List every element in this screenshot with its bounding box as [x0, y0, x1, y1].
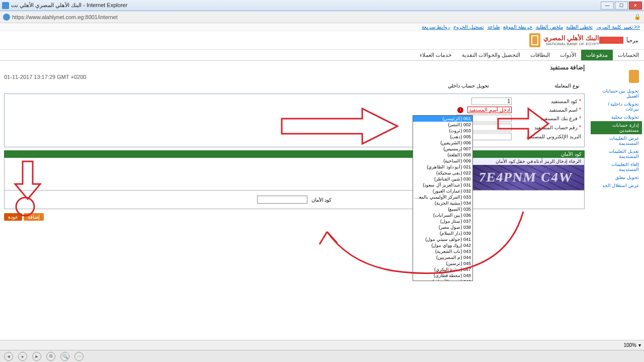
branch-option[interactable]: 049 (منصة الأحزاب): [413, 279, 472, 281]
branch-option[interactable]: 039 (دار السلام): [413, 230, 472, 236]
submit-button[interactable]: إضافة: [24, 213, 44, 221]
content-area: إضافة مستفيد 01-11-2017 13:17:29 GMT +02…: [0, 61, 589, 340]
sidebar-item[interactable]: تحويل معلق: [591, 173, 642, 182]
window-title: البنك الأهلي المصري الأهلي نت - Internet…: [11, 2, 127, 9]
sidebar-item[interactable]: تحويل بين حسابات العميل: [591, 87, 642, 100]
branch-option[interactable]: 030 (شين القناطر): [413, 176, 472, 182]
branch-option[interactable]: 045 (ترسين): [413, 260, 472, 266]
branch-option[interactable]: 032 (عمارات العبور): [413, 188, 472, 194]
bank-logo: البنك الأهلي المصري NATIONAL BANK OF EGY…: [529, 33, 599, 47]
name-error: ادخل أسم المستفيد: [467, 107, 512, 113]
sidebar-item[interactable]: تحويلات داخلية / تبرعات: [591, 100, 642, 113]
player-bar: ◄ ▸ ► ⧉ 🔍 ⋯: [0, 350, 644, 362]
sidebar-item[interactable]: تحويلات محلية: [591, 113, 642, 121]
top-link[interactable]: تسجيل الخروج: [453, 24, 484, 30]
branch-option[interactable]: 047 (مشية البكري): [413, 266, 472, 273]
zoom-label: 100%: [623, 342, 636, 348]
main-nav: الحسابات مدفوعات الأدوات البطاقات التحصي…: [0, 50, 644, 61]
captcha-input-label: كود الأمان: [311, 197, 332, 203]
lock-icon: 🔒: [634, 14, 641, 21]
logo-text-ar: البنك الأهلي المصري: [543, 34, 599, 42]
sidebar-item[interactable]: عرض استغلال الحد: [591, 182, 642, 190]
nav-tab-payments[interactable]: مدفوعات: [581, 50, 613, 60]
branch-option[interactable]: 044 (م المصريين): [413, 254, 472, 260]
type-value: تحويل حساب داخلي: [448, 83, 489, 88]
branch-option[interactable]: 038 (صول مصر): [413, 224, 472, 230]
branch-option[interactable]: 009 (الساحية): [413, 158, 472, 164]
captcha-hint: الرجاء إدخال الرمز أدناه في حقل كود الأم…: [467, 158, 584, 165]
branch-option[interactable]: 043 (باب الشعرية): [413, 248, 472, 254]
nav-tab-services[interactable]: خدمات العملاء: [415, 50, 457, 60]
branch-option[interactable]: 041 (جولف سيتي مول): [413, 236, 472, 242]
email-label: البريد الإلكتروني للمستفيد: [526, 134, 581, 139]
persona-icon: [629, 70, 639, 83]
branch-option[interactable]: 003 (ثروت): [413, 128, 472, 134]
more-button[interactable]: ⋯: [74, 352, 84, 361]
logo-text-en: NATIONAL BANK OF EGYPT: [543, 42, 599, 46]
close-button[interactable]: ✕: [629, 2, 642, 10]
timestamp: 01-11-2017 13:17:29 GMT +0200: [4, 74, 585, 80]
branch-option[interactable]: 031 (عبدالعزيز آل سعود): [413, 182, 472, 188]
branch-option[interactable]: 006 (الشريفين): [413, 140, 472, 146]
globe-icon: [3, 14, 10, 21]
branch-option[interactable]: 036 (بين السرايات): [413, 212, 472, 218]
nav-tab-accounts[interactable]: الحسابات: [613, 50, 644, 60]
code-label: كود المستفيد: [551, 99, 578, 104]
welcome-label: مرحباً: [626, 38, 638, 43]
nav-tab-collections[interactable]: التحصيل والحوالات النقدية: [457, 50, 525, 60]
branch-option[interactable]: 022 (بقى سحيكة): [413, 170, 472, 176]
top-link-bar: << تغيير كلمة المرور تخطي الطلبة ملخص ال…: [0, 23, 644, 31]
next-button[interactable]: ►: [32, 352, 41, 361]
page-favicon: [2, 2, 9, 9]
branch-option[interactable]: 001 (الرئيسي): [413, 116, 472, 122]
nav-tab-tools[interactable]: الأدوات: [555, 50, 581, 60]
status-bar: 100% ▾: [0, 340, 644, 350]
zoom-button[interactable]: 🔍: [60, 352, 69, 361]
account-label: رقم حساب المستفيد: [534, 125, 578, 130]
captcha-input[interactable]: [257, 196, 307, 204]
branch-option[interactable]: 037 (ستار مول): [413, 218, 472, 224]
top-link[interactable]: خريطة الموقع: [503, 24, 532, 30]
back-button[interactable]: عودة: [4, 213, 22, 221]
play-button[interactable]: ▸: [18, 352, 27, 361]
branch-option[interactable]: 008 (القلعة): [413, 152, 472, 158]
copy-button[interactable]: ⧉: [46, 352, 55, 361]
branch-option[interactable]: 048 (محطة قطارى): [413, 273, 472, 279]
top-link[interactable]: تخطي الطلبة: [566, 24, 593, 30]
branch-option[interactable]: 005 (دهب): [413, 134, 472, 140]
prev-button[interactable]: ◄: [4, 352, 13, 361]
sidebar-item[interactable]: عرض التعليمات المستديمة: [591, 134, 642, 147]
maximize-button[interactable]: ☐: [615, 2, 628, 10]
branch-option[interactable]: 021 (أبو داود الظاهري): [413, 164, 472, 170]
branch-dropdown[interactable]: 001 (الرئيسي)002 (النصر)003 (ثروت)005 (د…: [413, 115, 473, 281]
account-input[interactable]: [471, 124, 512, 131]
url-text[interactable]: https://www.alahlynet.com.eg:8001/intern…: [12, 14, 632, 20]
logo-mark-icon: [529, 33, 540, 47]
security-header: كود الأمان: [4, 150, 585, 158]
top-link[interactable]: طباعة: [488, 24, 500, 30]
zoom-dropdown-icon[interactable]: ▾: [638, 342, 641, 348]
browser-titlebar: البنك الأهلي المصري الأهلي نت - Internet…: [0, 0, 644, 11]
sidebar-item[interactable]: تعديل التعليمات المستديمة: [591, 147, 642, 160]
sidebar-item-active[interactable]: إدارة حسابات مستفيدين: [591, 121, 642, 134]
branch-option[interactable]: 033 (المركز الأوليمبي بالمعادي): [413, 194, 472, 200]
branch-option[interactable]: 035 (السبع): [413, 206, 472, 212]
branch-option[interactable]: 042 (روك وواي مول): [413, 242, 472, 248]
address-bar: https://www.alahlynet.com.eg:8001/intern…: [0, 11, 644, 23]
minimize-button[interactable]: —: [601, 2, 614, 10]
branch-option[interactable]: 007 (رمسيس): [413, 146, 472, 152]
branch-option[interactable]: 034 (مشية الحرية): [413, 200, 472, 206]
beneficiary-form: * كود المستفيد * اسم المستفيد ادخل أسم ا…: [4, 94, 585, 147]
type-label: نوع المعاملة: [509, 83, 580, 88]
name-label: اسم المستفيد: [549, 107, 578, 113]
top-link[interactable]: ملخص الطلبة: [536, 24, 563, 30]
sidebar: تحويل بين حسابات العميل تحويلات داخلية /…: [589, 61, 644, 340]
user-name-redacted: [599, 37, 623, 44]
top-link[interactable]: روابط سريعة: [422, 24, 450, 30]
captcha-image: 7E4PNM C4W: [467, 165, 584, 190]
top-link[interactable]: << تغيير كلمة المرور: [596, 24, 640, 30]
code-input[interactable]: [471, 98, 512, 105]
nav-tab-cards[interactable]: البطاقات: [525, 50, 555, 60]
branch-option[interactable]: 002 (النصر): [413, 122, 472, 128]
sidebar-item[interactable]: إلغاء التعليمات المستديمة: [591, 160, 642, 173]
